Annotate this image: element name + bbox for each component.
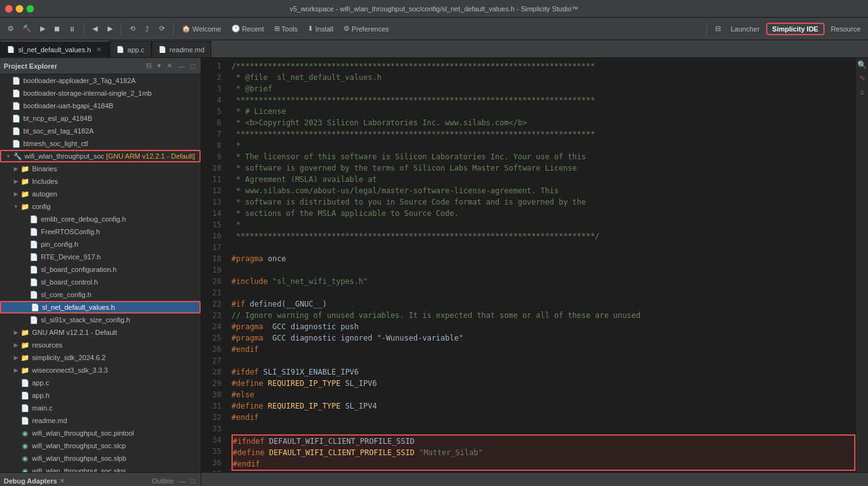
close-button[interactable] xyxy=(5,5,13,13)
collapse-icon: ▶ xyxy=(11,166,20,172)
toolbar-misc-3[interactable]: ⟳ xyxy=(155,23,169,34)
sidebar-item-10[interactable]: ▾📁config xyxy=(0,200,201,213)
toolbar-icon-3[interactable]: ▶ xyxy=(36,23,49,34)
toolbar-icon-5[interactable]: ⏸ xyxy=(65,24,79,34)
toolbar-nav-back[interactable]: ◀ xyxy=(89,23,101,34)
tree-label: bootloader-storage-internal-single_2_1mb xyxy=(23,89,152,97)
welcome-btn[interactable]: 🏠 Welcome xyxy=(178,23,225,34)
sidebar-item-29[interactable]: ◉wifi_wlan_throughput_soc.slcp xyxy=(0,439,201,452)
special-file-icon: ◉ xyxy=(20,442,30,450)
folder-icon: 📁 xyxy=(20,190,30,198)
toolbar-misc-1[interactable]: ⟲ xyxy=(126,23,139,34)
sidebar-item-11[interactable]: 📄emlib_core_debug_config.h xyxy=(0,213,201,225)
sidebar-item-18[interactable]: 📄sl_net_default_values.h xyxy=(0,301,201,314)
sidebar-item-1[interactable]: 📄bootloader-storage-internal-single_2_1m… xyxy=(0,87,201,99)
sidebar-item-0[interactable]: 📄bootloader-apploader_3_Tag_4182A xyxy=(0,74,201,87)
toolbar-misc-2[interactable]: ⤴ xyxy=(142,24,153,34)
tab-app-c[interactable]: 📄 app.c xyxy=(109,41,152,57)
debug-title-text: Debug Adapters xyxy=(4,477,57,485)
line-num-31: 31 xyxy=(201,400,221,412)
debug-adapters-panel: Debug Adapters ✕ Outline — □ ⚙ ▶ 📋 ✕ ⬇ 🔍… xyxy=(0,473,201,486)
sidebar-item-3[interactable]: 📄bt_ncp_esl_ap_4184B xyxy=(0,112,201,125)
toolbar-icon-1[interactable]: ⚙ xyxy=(4,23,18,34)
line-num-35: 35 xyxy=(201,446,221,457)
sidebar-minimize-btn[interactable]: — xyxy=(176,62,187,71)
code-line-29: #define REQUIRED_IP_TYPE SL_IPV6 xyxy=(231,378,855,389)
right-panel: 1234567891011121314151617181920212223242… xyxy=(201,58,868,472)
code-line-27 xyxy=(231,355,855,366)
sidebar-item-26[interactable]: 📄main.c xyxy=(0,402,201,414)
sidebar-menu-btn[interactable]: ▾ xyxy=(155,61,163,71)
sidebar-close-btn[interactable]: ✕ xyxy=(165,61,174,71)
file-icon: 📄 xyxy=(29,278,39,286)
tab-sl-net[interactable]: 📄 sl_net_default_values.h ✕ xyxy=(0,41,109,57)
code-line-11: * Agreement (MSLA) available at xyxy=(231,174,855,185)
folder-icon: 📁 xyxy=(20,366,30,375)
debug-minimize[interactable]: — xyxy=(177,477,187,485)
toolbar-icon-4[interactable]: ◼ xyxy=(50,23,64,34)
simplicity-ide-btn[interactable]: Simplicity IDE xyxy=(766,23,825,35)
sidebar-item-2[interactable]: 📄bootloader-uart-bgapi_4184B xyxy=(0,99,201,112)
install-btn[interactable]: ⬇ Install xyxy=(304,23,337,34)
sidebar-item-14[interactable]: 📄RTE_Device_917.h xyxy=(0,251,201,263)
perspective-icon[interactable]: ⊟ xyxy=(711,23,725,34)
folder-icon: 📁 xyxy=(20,203,30,211)
debug-close-icon[interactable]: ✕ xyxy=(60,478,65,484)
code-editor[interactable]: /***************************************… xyxy=(226,58,855,472)
recent-btn[interactable]: 🕐 Recent xyxy=(228,23,268,34)
sidebar-item-4[interactable]: 📄bt_soc_esl_tag_4182A xyxy=(0,125,201,137)
sidebar-item-7[interactable]: ▶📁Binaries xyxy=(0,162,201,175)
maximize-button[interactable] xyxy=(26,5,34,13)
debug-header: Debug Adapters ✕ Outline — □ xyxy=(0,473,201,486)
sidebar-item-5[interactable]: 📄btmesh_soc_light_ctl xyxy=(0,137,201,150)
toolbar-icon-2[interactable]: 🔨 xyxy=(19,23,35,34)
sidebar-item-13[interactable]: 📄pin_config.h xyxy=(0,238,201,251)
tools-btn[interactable]: ⊞ Tools xyxy=(270,23,302,34)
folder-icon: 📁 xyxy=(20,341,30,349)
tree-label: wifi_wlan_throughput_soc.slcp xyxy=(32,442,126,449)
sidebar-item-31[interactable]: ◉wifi_wlan_throughput_soc.slps xyxy=(0,465,201,472)
tree-label: resources xyxy=(32,341,62,349)
sidebar-item-6[interactable]: ▾🔧wifi_wlan_throughput_soc [GNU ARM v12.… xyxy=(0,150,201,162)
file-icon: 📄 xyxy=(29,316,39,324)
expand-icon: ▾ xyxy=(11,203,20,210)
launcher-btn[interactable]: Launcher xyxy=(727,24,764,34)
tab-label-1: sl_net_default_values.h xyxy=(18,46,91,54)
sidebar-item-27[interactable]: 📄readme.md xyxy=(0,414,201,427)
sidebar-item-9[interactable]: ▶📁autogen xyxy=(0,188,201,200)
resource-btn[interactable]: Resource xyxy=(827,24,864,34)
tab-readme[interactable]: 📄 readme.md xyxy=(152,41,212,57)
gutter-icon-2: ✎ xyxy=(857,74,867,84)
special-file-icon: ◉ xyxy=(20,455,30,463)
sidebar-item-8[interactable]: ▶📁Includes xyxy=(0,175,201,188)
tree-label: sl_board_control.h xyxy=(41,278,98,286)
debug-maximize[interactable]: □ xyxy=(189,477,197,485)
sidebar-item-16[interactable]: 📄sl_board_control.h xyxy=(0,276,201,288)
sidebar-item-20[interactable]: ▶📁GNU ARM v12.2.1 - Default xyxy=(0,326,201,339)
toolbar-sep-1 xyxy=(84,23,84,35)
code-line-30: #else xyxy=(231,389,855,400)
file-icon: 📄 xyxy=(11,140,21,148)
sidebar-item-23[interactable]: ▶📁wiseconnect3_sdk_3.3.3 xyxy=(0,364,201,376)
toolbar-nav-forward[interactable]: ▶ xyxy=(104,23,116,34)
sidebar-item-12[interactable]: 📄FreeRTOSConfig.h xyxy=(0,225,201,238)
tab-close-1[interactable]: ✕ xyxy=(95,45,103,54)
minimize-button[interactable] xyxy=(16,5,23,13)
tree-label: RTE_Device_917.h xyxy=(41,253,101,261)
sidebar-item-21[interactable]: ▶📁resources xyxy=(0,339,201,351)
sidebar-item-15[interactable]: 📄sl_board_configuration.h xyxy=(0,263,201,276)
sidebar-maximize-btn[interactable]: □ xyxy=(189,62,197,71)
sidebar-item-28[interactable]: ◉wifi_wlan_throughput_soc.pintool xyxy=(0,427,201,439)
sidebar-collapse-btn[interactable]: ⊟ xyxy=(144,61,153,71)
sidebar-header-actions: ⊟ ▾ ✕ — □ xyxy=(144,61,197,71)
preferences-btn[interactable]: ⚙ Preferences xyxy=(340,23,392,34)
tab-bar: 📄 sl_net_default_values.h ✕ 📄 app.c 📄 re… xyxy=(0,40,868,58)
sidebar-item-24[interactable]: 📄app.c xyxy=(0,376,201,389)
sidebar-item-25[interactable]: 📄app.h xyxy=(0,389,201,402)
sidebar-item-30[interactable]: ◉wifi_wlan_throughput_soc.slpb xyxy=(0,452,201,465)
sidebar-item-17[interactable]: 📄sl_core_config.h xyxy=(0,288,201,301)
sidebar-item-19[interactable]: 📄sl_si91x_stack_size_config.h xyxy=(0,314,201,326)
file-icon: 📄 xyxy=(11,89,21,98)
sidebar-item-22[interactable]: ▶📁simplicity_sdk_2024.6.2 xyxy=(0,351,201,364)
line-num-34: 34 xyxy=(201,434,221,446)
